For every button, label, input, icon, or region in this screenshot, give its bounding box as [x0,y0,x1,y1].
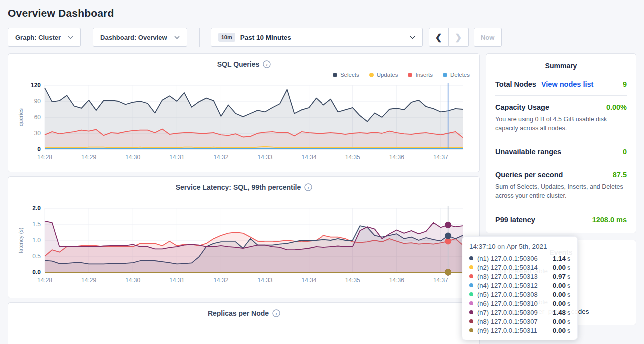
svg-text:i: i [308,185,309,190]
time-range-dropdown[interactable]: 10m Past 10 Minutes [211,28,423,47]
legend-label: Inserts [415,72,433,78]
tooltip-row: (n3) 127.0.0.1:503130.97s [469,272,570,281]
tooltip-node-value: 0.00s [553,291,570,298]
tooltip-node-value: 0.00s [553,300,570,307]
tooltip-unit: s [567,300,570,307]
svg-text:14:35: 14:35 [345,277,360,284]
info-icon[interactable]: i [272,309,280,317]
series-dot [469,292,473,296]
tooltip-row: (n4) 127.0.0.1:503120.00s [469,281,570,290]
tooltip-node-value: 0.00s [553,318,570,325]
summary-title: Summary [495,62,627,70]
tooltip-node-label: (n4) 127.0.0.1:50312 [477,282,538,289]
svg-text:latency (s): latency (s) [18,228,24,253]
summary-label: Total Nodes [495,80,536,88]
chart-card-2: Replicas per Nodei [8,302,480,344]
tooltip-timestamp: 14:37:10 on Apr 5th, 2021 [469,243,570,250]
summary-value: 1208.0 ms [592,216,627,224]
now-button[interactable]: Now [474,28,502,47]
service-latency-sql-99th-percentile-chart[interactable]: 0.00.51.01.52.014:2814:2914:3014:3114:32… [16,203,472,287]
svg-text:0.0: 0.0 [32,269,41,276]
tooltip-node-label: (n6) 127.0.0.1:50310 [477,300,538,307]
summary-label: P99 latency [495,216,535,224]
chart-legend [16,193,470,202]
svg-text:14:35: 14:35 [345,154,360,161]
legend-dot [408,73,412,77]
view-nodes-list-link[interactable]: View nodes list [541,80,594,88]
tooltip-row: (n1) 127.0.0.1:503061.14s [469,254,570,263]
svg-text:90: 90 [34,98,41,105]
legend-label: Selects [340,72,359,78]
svg-text:14:37: 14:37 [433,154,448,161]
chart-title-text: Replicas per Node [208,309,269,317]
svg-text:14:34: 14:34 [302,277,317,284]
summary-row-top: P99 latency1208.0 ms [495,216,627,224]
time-arrows: ❮ ❯ [429,28,469,47]
summary-row-top: Unavailable ranges0 [495,148,627,156]
chart-title: Service Latency: SQL, 99th percentilei [16,183,472,191]
time-prev-button[interactable]: ❮ [429,28,449,47]
svg-text:14:36: 14:36 [389,277,404,284]
tooltip-row: (n5) 127.0.0.1:503080.00s [469,290,570,299]
svg-text:14:28: 14:28 [37,154,52,161]
series-dot [469,310,473,314]
series-dot [469,301,473,305]
svg-text:14:32: 14:32 [213,154,228,161]
controls-bar: Graph: Cluster Dashboard: Overview 10m P… [8,28,636,47]
tooltip-row: (n8) 127.0.0.1:503070.00s [469,317,570,326]
legend-item-inserts[interactable]: Inserts [408,72,433,78]
svg-text:120: 120 [31,82,41,89]
summary-row-capacity-usage: Capacity Usage0.00%You are using 0 B of … [495,95,627,140]
legend-dot [369,73,374,77]
summary-label: Unavailable ranges [495,148,561,156]
summary-desc: You are using 0 B of 4.5 GiB usable disk… [495,115,627,133]
tooltip-node-value: 0.00s [553,282,570,289]
legend-item-deletes[interactable]: Deletes [443,72,470,78]
chevron-down-icon [410,36,415,39]
svg-text:14:37: 14:37 [433,277,448,284]
svg-text:1.5: 1.5 [32,221,41,228]
svg-text:0.5: 0.5 [32,253,41,260]
tooltip-unit: s [567,255,570,262]
svg-text:14:31: 14:31 [169,277,184,284]
info-icon[interactable]: i [263,60,271,68]
time-next-button[interactable]: ❯ [449,28,469,47]
legend-item-selects[interactable]: Selects [333,72,359,78]
summary-label: Capacity Usage [495,103,549,111]
svg-text:14:29: 14:29 [81,154,96,161]
summary-row-queries-per-second: Queries per second87.5Sum of Selects, Up… [495,163,627,207]
tooltip-node-value: 1.48s [553,309,570,316]
sql-queries-chart[interactable]: 030609012014:2814:2914:3014:3114:3214:33… [16,80,472,164]
svg-text:0: 0 [37,146,41,153]
chart-title-text: Service Latency: SQL, 99th percentile [176,183,301,191]
series-dot [469,283,473,287]
summary-panel: Summary Total NodesView nodes list9Capac… [486,53,636,233]
info-icon[interactable]: i [304,183,312,191]
series-dot [469,274,473,278]
svg-text:14:29: 14:29 [81,277,96,284]
dashboard-label: Dashboard: Overview [100,34,167,41]
series-dot [469,328,473,332]
tooltip-row: (n2) 127.0.0.1:503140.00s [469,263,570,272]
tooltip-node-label: (n1) 127.0.0.1:50306 [477,255,538,262]
summary-row-top: Capacity Usage0.00% [495,103,627,111]
summary-value: 87.5 [613,171,627,179]
tooltip-node-label: (n2) 127.0.0.1:50314 [477,264,538,271]
summary-value: 0.00% [606,103,627,111]
tooltip-node-label: (n5) 127.0.0.1:50308 [477,291,538,298]
tooltip-node-label: (n3) 127.0.0.1:50313 [477,273,538,280]
chevron-down-icon [68,36,73,39]
tooltip-node-label: (n7) 127.0.0.1:50309 [477,309,538,316]
time-range-badge: 10m [218,33,235,42]
svg-text:14:31: 14:31 [169,154,184,161]
svg-text:queries: queries [18,108,24,126]
legend-dot [333,73,337,77]
svg-text:i: i [266,62,268,67]
graph-scope-dropdown[interactable]: Graph: Cluster [8,28,81,47]
svg-text:14:30: 14:30 [125,154,140,161]
dashboard-dropdown[interactable]: Dashboard: Overview [93,28,187,47]
tooltip-unit: s [567,327,570,334]
chart-card-0: SQL QueriesiSelectsUpdatesInsertsDeletes… [8,53,480,172]
legend-item-updates[interactable]: Updates [369,72,398,78]
tooltip-unit: s [567,309,570,316]
